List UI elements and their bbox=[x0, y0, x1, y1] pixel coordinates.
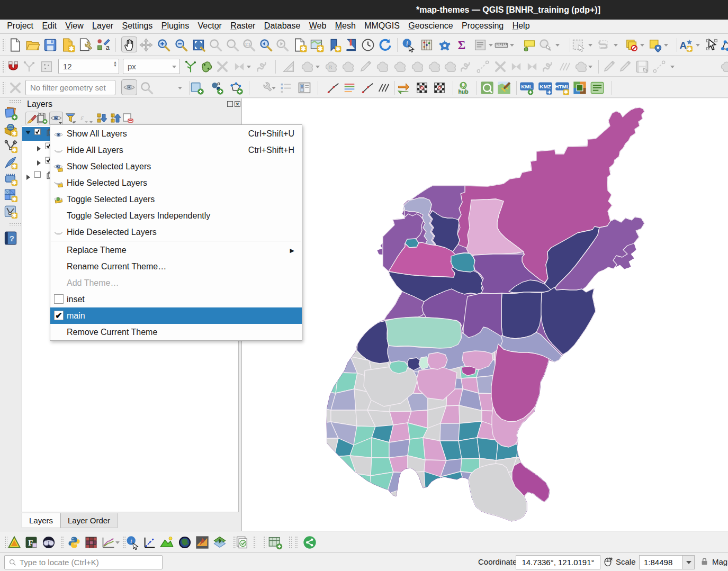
svg-text:i: i bbox=[130, 537, 132, 545]
svg-text:A: A bbox=[680, 40, 687, 51]
svg-text:?: ? bbox=[10, 234, 14, 243]
svg-text:✱: ✱ bbox=[12, 212, 17, 219]
svg-text:hub: hub bbox=[458, 88, 468, 95]
svg-text:✱: ✱ bbox=[301, 45, 306, 52]
svg-text:✱: ✱ bbox=[12, 179, 17, 186]
svg-text:✱: ✱ bbox=[336, 46, 340, 52]
svg-text:✱: ✱ bbox=[12, 196, 17, 202]
svg-text:✱: ✱ bbox=[12, 147, 17, 153]
svg-text:HTML: HTML bbox=[555, 84, 570, 89]
svg-text:1:1: 1:1 bbox=[245, 42, 250, 47]
svg-text:✱: ✱ bbox=[318, 45, 323, 52]
svg-text:KMZ: KMZ bbox=[540, 84, 551, 89]
svg-text:ε: ε bbox=[80, 114, 84, 122]
svg-text:✱: ✱ bbox=[12, 163, 17, 169]
svg-text:✱: ✱ bbox=[69, 45, 74, 52]
svg-text:i: i bbox=[406, 40, 408, 47]
svg-text:R: R bbox=[328, 65, 332, 70]
svg-text:a: a bbox=[106, 43, 110, 51]
svg-text:Σ: Σ bbox=[458, 39, 466, 52]
svg-text:✱: ✱ bbox=[687, 46, 692, 52]
svg-text:✱: ✱ bbox=[564, 89, 568, 95]
svg-text:✱: ✱ bbox=[12, 130, 17, 137]
svg-text:KML: KML bbox=[521, 84, 532, 89]
